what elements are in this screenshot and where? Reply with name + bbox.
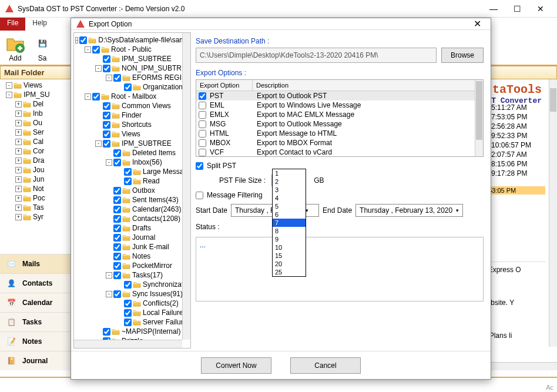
dialog-tree-node[interactable]: IPM_SUBTREE <box>75 54 189 63</box>
size-option[interactable]: 7 <box>273 219 306 227</box>
dialog-tree-node[interactable]: -Inbox(56) <box>75 158 189 167</box>
dialog-tree-node[interactable]: Notes <box>75 252 189 261</box>
dialog-tree-node[interactable]: Common Views <box>75 101 189 110</box>
export-option-row[interactable]: HTMLExport Message to HTML <box>196 129 483 138</box>
menu-help[interactable]: Help <box>25 18 54 31</box>
dialog-close-button[interactable]: ✕ <box>468 18 486 29</box>
tree-node[interactable]: +Not <box>0 184 71 193</box>
nav-tasks[interactable]: 📋Tasks <box>0 312 71 331</box>
tree-node[interactable]: +Syr <box>0 212 71 222</box>
dialog-tree-node[interactable]: Calendar(2463) <box>75 205 189 214</box>
size-option[interactable]: 4 <box>273 194 306 202</box>
tree-node[interactable]: +Ser <box>0 128 71 137</box>
export-option-row[interactable]: EMLXExport to MAC EMLX Message <box>196 110 483 119</box>
dialog-tree-node[interactable]: Read <box>75 176 189 186</box>
dialog-tree-node[interactable]: Finder <box>75 110 189 120</box>
size-option[interactable]: 9 <box>273 235 306 243</box>
export-option-row[interactable]: MBOXExport to MBOX Format <box>196 138 483 148</box>
tree-node[interactable]: +Jou <box>0 165 71 175</box>
tree-scrollbar-h[interactable] <box>74 340 182 348</box>
tree-node[interactable]: +Jun <box>0 175 71 184</box>
export-scrollbar[interactable] <box>475 80 483 156</box>
pst-file-size-label: PST File Size : <box>219 176 266 185</box>
dialog-tree-node[interactable]: Views <box>75 129 189 139</box>
dialog-tree-node[interactable]: -D:\SysData\sample-file\samp <box>75 35 189 45</box>
dialog-tree-node[interactable]: Shortcuts <box>75 120 189 129</box>
tree-node[interactable]: +Poc <box>0 193 71 203</box>
tree-node[interactable]: -Views <box>0 81 71 90</box>
dialog-tree-node[interactable]: Organization <box>75 82 189 92</box>
size-option[interactable]: 1 <box>273 169 306 177</box>
size-option[interactable]: 3 <box>273 186 306 194</box>
dialog-tree-node[interactable]: Junk E-mail <box>75 242 189 252</box>
menu-file[interactable]: File <box>0 18 25 31</box>
dialog-tree-node[interactable]: PocketMirror <box>75 261 189 270</box>
scrollbar-vertical[interactable] <box>549 79 557 347</box>
end-date-picker[interactable]: Thursday , February 13, 2020▾ <box>355 204 463 217</box>
dialog-tree-node[interactable]: -NON_IPM_SUBTRE <box>75 63 189 73</box>
size-option[interactable]: 15 <box>273 252 306 260</box>
size-option[interactable]: 8 <box>273 227 306 235</box>
toolbar-save[interactable]: 💾 Sa <box>31 33 54 62</box>
export-options-label: Export Options : <box>196 69 484 77</box>
message-filtering-checkbox[interactable] <box>196 192 203 199</box>
split-pst-checkbox[interactable] <box>196 162 203 170</box>
nav-contacts[interactable]: 👤Contacts <box>0 273 71 293</box>
nav-mails[interactable]: ✉️Mails <box>0 254 71 273</box>
dialog-tree-node[interactable]: Deleted Items <box>75 148 189 158</box>
dialog-tree-node[interactable]: Drafts <box>75 223 189 233</box>
export-option-row[interactable]: VCFExport Contact to vCard <box>196 148 483 157</box>
cancel-button[interactable]: Cancel <box>290 357 361 374</box>
export-option-row[interactable]: MSGExport to Outlook Message <box>196 119 483 129</box>
dialog-tree-node[interactable]: -Root - Mailbox <box>75 92 189 101</box>
tree-node[interactable]: +Ou <box>0 118 71 128</box>
dialog-tree-node[interactable]: Large Messa <box>75 167 189 176</box>
tree-node[interactable]: -IPM_SU <box>0 90 71 99</box>
close-button[interactable]: ✕ <box>529 1 552 17</box>
size-option[interactable]: 2 <box>273 177 306 186</box>
dialog-tree-node[interactable]: -IPM_SUBTREE <box>75 139 189 148</box>
nav-journal[interactable]: 📔Journal <box>0 351 71 370</box>
tree-node[interactable]: +Del <box>0 99 71 109</box>
tree-node[interactable]: +Dra <box>0 156 71 165</box>
dialog-tree-node[interactable]: Outbox <box>75 186 189 195</box>
dialog-tree-node[interactable]: -Tasks(17) <box>75 270 189 280</box>
dialog-tree-node[interactable]: Sent Items(43) <box>75 195 189 205</box>
maximize-button[interactable]: ☐ <box>505 1 529 17</box>
dialog-tree-node[interactable]: Server Failure <box>75 317 189 327</box>
dialog-tree-node[interactable]: Conflicts(2) <box>75 299 189 308</box>
dialog-tree-node[interactable]: Contacts(1208) <box>75 214 189 223</box>
size-option[interactable]: 20 <box>273 260 306 268</box>
size-option[interactable]: 25 <box>273 268 306 276</box>
pst-size-dropdown[interactable]: 12345678910152025 <box>272 169 306 277</box>
tree-scrollbar-v[interactable] <box>182 33 190 340</box>
dialog-tree-node[interactable]: Synchronizati <box>75 280 189 289</box>
dialog-tree-node[interactable]: -EFORMS REGIS <box>75 73 189 82</box>
calendar-icon: 📅 <box>5 297 18 309</box>
size-option[interactable]: 5 <box>273 202 306 210</box>
nav-notes[interactable]: 📝Notes <box>0 331 71 351</box>
dialog-tree-node[interactable]: -Sync Issues(91) <box>75 289 189 299</box>
export-option-row[interactable]: PSTExport to Outlook PST <box>196 91 483 100</box>
toolbar-save-label: Sa <box>31 54 54 62</box>
destination-path-input[interactable] <box>196 48 437 63</box>
size-option[interactable]: 10 <box>273 243 306 252</box>
dialog-tree-node[interactable]: ~MAPISP(Internal) <box>75 327 189 336</box>
end-date-label: End Date <box>323 206 352 215</box>
tree-node[interactable]: +Inb <box>0 109 71 118</box>
export-option-row[interactable]: EMLExport to Windows Live Message <box>196 100 483 110</box>
minimize-button[interactable]: — <box>482 1 505 17</box>
tree-node[interactable]: +Cal <box>0 137 71 146</box>
nav-calendar[interactable]: 📅Calendar <box>0 293 71 312</box>
dialog-tree-node[interactable]: -Root - Public <box>75 45 189 54</box>
dialog-tree-node[interactable]: Journal <box>75 233 189 242</box>
brand-text-a: taTools <box>486 83 542 96</box>
size-option[interactable]: 6 <box>273 210 306 219</box>
convert-now-button[interactable]: Convert Now <box>201 357 271 374</box>
toolbar-add[interactable]: Add <box>4 33 27 62</box>
tree-node[interactable]: +Cor <box>0 146 71 156</box>
tree-node[interactable]: +Tas <box>0 203 71 212</box>
dialog-tree-node[interactable]: Local Failures <box>75 308 189 317</box>
export-col-description: Description <box>253 80 483 91</box>
browse-button[interactable]: Browse <box>441 48 484 63</box>
